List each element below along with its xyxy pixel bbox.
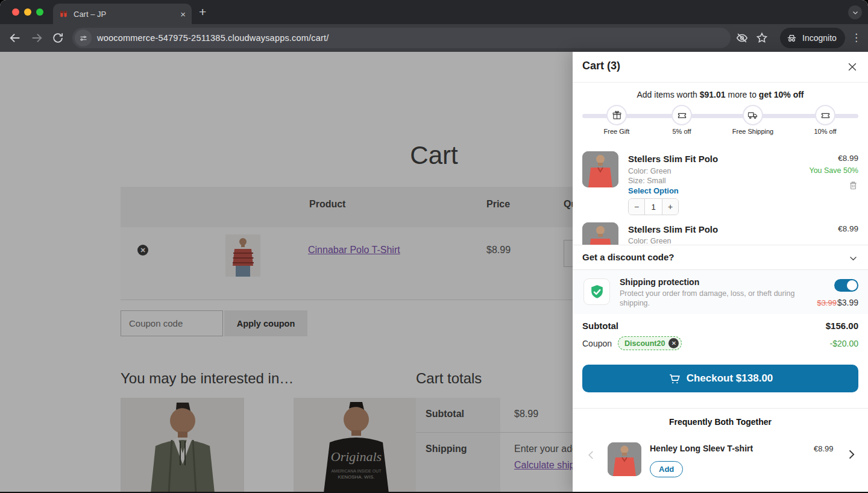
tab-title: Cart – JP	[74, 10, 180, 19]
cart-item-image	[582, 222, 618, 245]
promo-offer: get 10% off	[759, 90, 804, 99]
coupon-code: Discount20	[624, 339, 665, 348]
shipping-protection-toggle[interactable]	[834, 279, 858, 292]
remove-coupon-icon[interactable]: ✕	[668, 338, 679, 348]
ticket-icon	[820, 110, 831, 121]
traffic-light-zoom[interactable]	[36, 8, 43, 16]
subtotal-label: Subtotal	[582, 321, 618, 331]
discount-code-accordion[interactable]: Get a discount code?	[573, 245, 868, 270]
tab-search-button[interactable]	[848, 5, 862, 19]
cart-item-size: Size: Small	[628, 177, 666, 185]
milestone-free-shipping	[743, 105, 763, 125]
toggle-knob	[847, 280, 857, 290]
trash-icon[interactable]	[848, 180, 858, 190]
promo-message: Add items worth $91.01 more to get 10% o…	[573, 90, 868, 99]
shipping-protection-section: Shipping protection Protect your order f…	[573, 270, 868, 314]
cart-item-image	[582, 151, 618, 187]
cart-drawer: Cart (3) Add items worth $91.01 more to …	[573, 52, 868, 493]
milestone-5-off	[671, 105, 692, 125]
checkout-button[interactable]: Checkout $138.00	[582, 365, 858, 392]
url-bar[interactable]: woocommerce-547975-2511385.cloudwaysapps…	[72, 28, 731, 48]
fbt-add-button[interactable]: Add	[650, 461, 683, 477]
incognito-label: Incognito	[802, 33, 837, 43]
incognito-icon	[786, 33, 797, 44]
fbt-product-price: €8.99	[814, 444, 834, 453]
coupon-discount-value: -$20.00	[830, 339, 858, 348]
tab-close-icon[interactable]: ×	[180, 10, 186, 19]
carousel-prev-icon[interactable]	[586, 450, 597, 460]
reload-icon[interactable]	[51, 31, 64, 45]
cart-item-name: Stellers Slim Fit Polo	[628, 154, 718, 164]
milestone-label: 10% off	[814, 128, 836, 135]
quantity-value: 1	[644, 199, 662, 215]
milestone-label: 5% off	[673, 128, 691, 135]
truck-icon	[747, 110, 758, 121]
traffic-light-minimize[interactable]	[24, 8, 31, 16]
carousel-next-icon[interactable]	[845, 448, 857, 460]
shipping-protection-description: Protect your order from damage, loss, or…	[620, 289, 800, 308]
browser-window: Cart – JP × + woocommerce-547975-2511385…	[0, 0, 868, 493]
tab-favicon	[59, 10, 68, 19]
milestone-label: Free Gift	[604, 128, 630, 135]
cart-item-name: Stellers Slim Fit Polo	[628, 224, 718, 234]
milestone-label: Free Shipping	[732, 128, 774, 135]
shipping-protection-title: Shipping protection	[620, 277, 699, 287]
cart-item-savings: You Save 50%	[809, 166, 858, 175]
browser-tab[interactable]: Cart – JP ×	[53, 4, 192, 24]
url-text: woocommerce-547975-2511385.cloudwaysapps…	[97, 33, 329, 43]
fbt-heading: Frequently Both Together	[573, 417, 868, 427]
cart-item-price: €8.99	[838, 154, 858, 163]
ticket-icon	[677, 110, 687, 121]
close-icon[interactable]	[846, 61, 858, 73]
incognito-badge: Incognito	[780, 28, 845, 48]
discount-accordion-label: Get a discount code?	[582, 252, 675, 262]
milestone-free-gift	[606, 105, 627, 125]
cart-item-color: Color: Green	[628, 237, 671, 245]
divider	[573, 408, 868, 409]
milestone-10-off	[815, 105, 835, 125]
divider	[573, 82, 868, 83]
old-price: $3.99	[817, 298, 837, 307]
quantity-decrease-button[interactable]: −	[629, 199, 644, 215]
fbt-product-image	[608, 442, 641, 476]
shield-icon	[583, 278, 610, 305]
forward-icon[interactable]	[30, 31, 43, 45]
back-icon[interactable]	[8, 31, 22, 45]
cart-items-list[interactable]: Stellers Slim Fit Polo Color: Green Size…	[573, 145, 868, 245]
current-price: $3.99	[837, 298, 858, 307]
select-option-link[interactable]: Select Option	[628, 186, 679, 195]
coupon-chip: Discount20 ✕	[618, 336, 682, 350]
traffic-light-close[interactable]	[12, 8, 19, 16]
fbt-product-name: Henley Long Sleev T-shirt	[650, 444, 753, 453]
chevron-down-icon	[848, 253, 858, 263]
chevron-down-icon	[852, 9, 859, 16]
checkout-label: Checkout $138.00	[687, 372, 773, 385]
cart-icon	[668, 372, 681, 385]
gift-icon	[612, 110, 622, 121]
drawer-title: Cart (3)	[582, 60, 620, 72]
browser-menu-icon[interactable]: ⋮	[851, 31, 862, 44]
subtotal-value: $156.00	[826, 321, 858, 331]
cart-item-price: €8.99	[838, 224, 858, 233]
site-settings-icon[interactable]	[75, 30, 92, 46]
new-tab-button[interactable]: +	[199, 5, 206, 19]
cart-item-color: Color: Green	[628, 167, 671, 175]
quantity-stepper[interactable]: − 1 +	[628, 198, 679, 215]
promo-amount: $91.01	[700, 90, 726, 99]
bookmark-star-icon[interactable]	[755, 31, 769, 45]
tab-strip: Cart – JP × +	[0, 0, 868, 24]
quantity-increase-button[interactable]: +	[662, 199, 678, 215]
coupon-label: Coupon	[582, 339, 612, 348]
shipping-protection-price: $3.99$3.99	[817, 298, 858, 307]
eye-off-icon[interactable]	[735, 31, 749, 45]
